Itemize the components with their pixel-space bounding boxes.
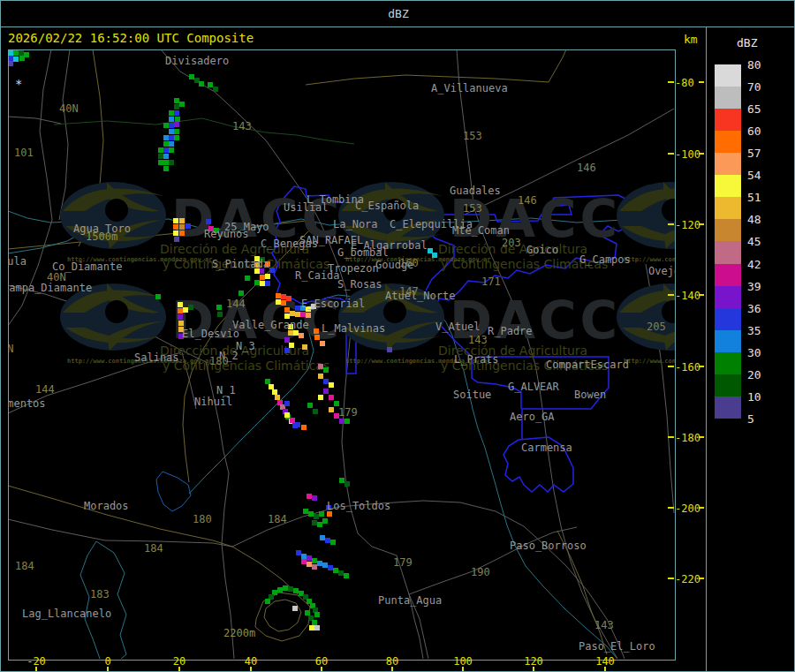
road-number-label: 40N bbox=[59, 103, 79, 114]
legend-swatch bbox=[715, 109, 741, 132]
place-label: Soitue bbox=[453, 389, 491, 400]
road-line bbox=[8, 117, 61, 124]
place-label: Mte_Coman bbox=[452, 225, 510, 236]
road-number-label: 143 bbox=[232, 121, 252, 132]
right-tick-mark bbox=[668, 223, 674, 225]
lake-line bbox=[156, 472, 191, 511]
right-tick-mark bbox=[699, 436, 704, 438]
place-label: R_Caida bbox=[295, 270, 340, 281]
road-number-label: 184 bbox=[268, 514, 287, 525]
place-label: Lag_Llancanelo bbox=[22, 608, 111, 619]
road-number-label: 146 bbox=[518, 195, 537, 206]
right-tick-label: -80 bbox=[675, 77, 700, 89]
radar-map-canvas[interactable]: DACCDirección de Agriculturay Contingenc… bbox=[8, 49, 676, 661]
place-label: G_Campos bbox=[579, 254, 631, 265]
legend-swatch bbox=[715, 131, 741, 154]
legend-swatch bbox=[715, 308, 741, 331]
right-tick-mark bbox=[699, 153, 704, 155]
legend-swatch bbox=[715, 374, 741, 397]
radar-echo-cell bbox=[314, 612, 320, 617]
legend-swatch bbox=[715, 264, 741, 287]
place-label: Punta_Agua bbox=[378, 595, 442, 606]
place-label: C_Española bbox=[355, 200, 419, 211]
radar-echo-cell bbox=[174, 122, 179, 127]
radar-echo-cell bbox=[292, 606, 298, 611]
road-number-label: 184 bbox=[144, 543, 163, 554]
place-label: Morados bbox=[84, 501, 129, 511]
legend-swatch bbox=[715, 396, 741, 419]
place-label: L_Prats bbox=[454, 354, 499, 365]
road-line bbox=[232, 501, 625, 659]
radar-echo-cell bbox=[169, 160, 174, 165]
bottom-tick-mark bbox=[604, 667, 606, 672]
place-label: Nihuil bbox=[194, 396, 232, 407]
radar-echo-cell bbox=[174, 104, 179, 109]
radar-echo-cell bbox=[344, 419, 350, 424]
bottom-tick-label: 0 bbox=[90, 655, 125, 668]
radar-echo-cell bbox=[178, 321, 184, 326]
place-label: G_ALVEAR bbox=[508, 381, 559, 392]
place-label: Paso_Borroso bbox=[510, 540, 587, 551]
radar-echo-cell bbox=[19, 56, 25, 61]
legend-value-label: 65 bbox=[747, 102, 774, 116]
right-tick-label: -220 bbox=[675, 573, 700, 585]
bottom-tick-mark bbox=[107, 667, 109, 672]
radar-echo-cell bbox=[238, 291, 244, 296]
radar-echo-cell bbox=[301, 425, 307, 430]
radar-echo-cell bbox=[344, 481, 350, 487]
radar-echo-cell bbox=[186, 223, 191, 229]
legend-value-label: 36 bbox=[747, 302, 774, 315]
road-number-label: 179 bbox=[393, 557, 413, 568]
right-tick-mark bbox=[668, 294, 674, 296]
place-label: Aero_GA bbox=[510, 412, 555, 422]
radar-echo-cell bbox=[313, 409, 318, 414]
radar-echo-cell bbox=[173, 224, 178, 230]
bottom-tick-label: 80 bbox=[375, 655, 410, 668]
place-label: Reyunos bbox=[204, 229, 249, 239]
legend-swatch bbox=[715, 352, 741, 375]
radar-echo-cell bbox=[387, 347, 392, 352]
radar-echo-cell bbox=[306, 313, 311, 318]
radar-echo-cell bbox=[290, 311, 295, 316]
radar-echo-cell bbox=[320, 341, 325, 346]
legend-swatch bbox=[715, 153, 741, 176]
bottom-tick-mark bbox=[35, 667, 37, 672]
legend-title: dBZ bbox=[737, 36, 757, 49]
road-number-label: 179 bbox=[338, 407, 358, 418]
radar-echo-cell bbox=[174, 237, 179, 242]
place-label: Valle_Grande bbox=[232, 320, 309, 330]
radar-echo-cell bbox=[302, 344, 307, 350]
radar-echo-cell bbox=[299, 333, 304, 338]
radar-echo-cell bbox=[169, 147, 174, 153]
legend-divider bbox=[706, 26, 707, 672]
bottom-tick-mark bbox=[321, 667, 322, 672]
bottom-tick-mark bbox=[250, 667, 252, 672]
road-number-label: 180 bbox=[209, 356, 229, 366]
radar-echo-cell bbox=[295, 422, 300, 427]
radar-echo-cell bbox=[323, 367, 329, 373]
place-label: N_1 bbox=[216, 385, 236, 396]
right-tick-label: -180 bbox=[675, 432, 700, 444]
road-line bbox=[409, 527, 577, 594]
radar-echo-cell bbox=[314, 328, 319, 334]
right-tick-mark bbox=[699, 366, 704, 367]
radar-echo-cell bbox=[432, 253, 437, 258]
radar-echo-cell bbox=[179, 224, 185, 230]
place-label: R_Padre bbox=[488, 326, 533, 336]
road-number-label: 143 bbox=[594, 620, 614, 630]
radar-echo-cell bbox=[307, 403, 313, 408]
legend-value-label: 54 bbox=[747, 169, 774, 182]
divider bbox=[1, 26, 795, 27]
road-number-label: 101 bbox=[14, 147, 34, 158]
place-label: Paso_El_Loro bbox=[579, 641, 655, 652]
legend-value-label: 80 bbox=[747, 58, 774, 72]
legend-value-label: 45 bbox=[747, 235, 774, 248]
legend-value-label: 57 bbox=[747, 147, 774, 160]
road-number-label: 0N bbox=[8, 344, 13, 354]
radar-echo-cell bbox=[329, 382, 334, 388]
place-label: S_Rosas bbox=[337, 279, 382, 290]
radar-echo-cell bbox=[216, 305, 222, 310]
radar-echo-cell bbox=[284, 348, 290, 353]
road-number-label: 171 bbox=[481, 276, 501, 287]
radar-app-window: dBZ 2026/02/22 16:52:00 UTC Composite km… bbox=[0, 0, 795, 672]
